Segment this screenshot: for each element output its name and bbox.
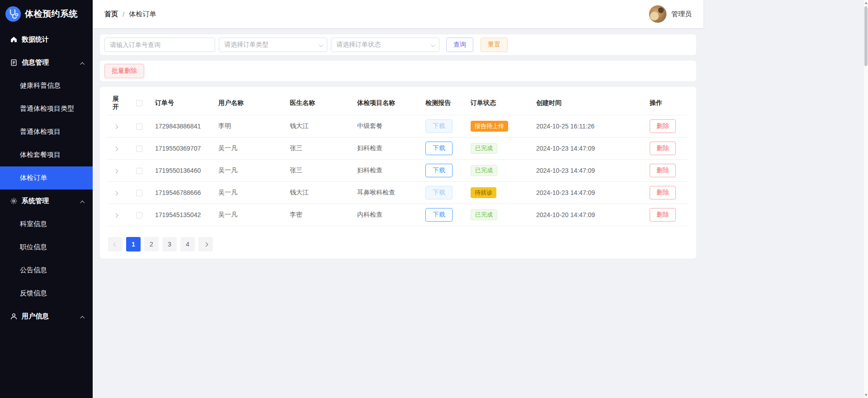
- expand-row-button[interactable]: [113, 212, 119, 219]
- expand-row-button[interactable]: [113, 168, 119, 175]
- next-page-button[interactable]: [198, 237, 213, 251]
- status-badge: 已完成: [471, 209, 497, 220]
- sidebar-item-feedback-info[interactable]: 反馈信息: [0, 282, 93, 305]
- column-header-user-name: 用户名称: [213, 90, 284, 115]
- user-menu[interactable]: 管理员: [649, 5, 692, 23]
- created-time-cell: 2024-10-20 14:47:09: [531, 204, 644, 226]
- sidebar-item-exam-orders[interactable]: 体检订单: [0, 166, 93, 190]
- select-all-checkbox[interactable]: [136, 100, 142, 106]
- actions-cell: 删除: [644, 137, 689, 160]
- expand-row-button[interactable]: [113, 123, 119, 130]
- expand-row-button[interactable]: [113, 190, 119, 197]
- delete-button[interactable]: 删除: [650, 208, 676, 222]
- sidebar-item-statistics[interactable]: 数据统计: [0, 28, 93, 51]
- status-badge: 报告待上传: [471, 121, 508, 132]
- chevron-up-icon: [81, 197, 85, 205]
- download-button[interactable]: 下载: [425, 142, 453, 155]
- doctor-name-cell: 钱大江: [284, 182, 352, 204]
- column-header-actions: 操作: [644, 90, 689, 115]
- breadcrumb-current: 体检订单: [129, 10, 156, 19]
- status-badge: 已完成: [471, 165, 497, 176]
- created-time-cell: 2024-10-25 16:11:26: [531, 115, 644, 137]
- column-header-order-no: 订单号: [150, 90, 213, 115]
- column-header-expand: 展开: [107, 90, 128, 115]
- home-icon: [10, 36, 18, 43]
- sidebar-group-info-management[interactable]: 信息管理: [0, 51, 93, 74]
- column-header-doctor-name: 医生名称: [284, 90, 352, 115]
- filter-bar: 请选择订单类型 请选择订单状态 查询 重置: [100, 34, 696, 55]
- sidebar-group-system-management[interactable]: 系统管理: [0, 190, 93, 213]
- sidebar-item-health-science-info[interactable]: 健康科普信息: [0, 74, 93, 97]
- created-time-cell: 2024-10-23 14:47:09: [531, 160, 644, 182]
- checkbox-cell: [128, 137, 150, 160]
- prev-page-button[interactable]: [108, 237, 123, 251]
- row-checkbox[interactable]: [136, 168, 142, 174]
- created-time-cell: 2024-10-23 14:47:09: [531, 182, 644, 204]
- order-no-cell: 1719550369707: [150, 137, 213, 160]
- delete-button[interactable]: 删除: [650, 164, 676, 177]
- expand-cell: [107, 204, 128, 226]
- project-name-cell: 妇科检查: [352, 137, 420, 160]
- sidebar-item-exam-items[interactable]: 普通体检项目: [0, 120, 93, 143]
- scrollbar-up-arrow[interactable]: [865, 2, 868, 4]
- actions-cell: 删除: [644, 204, 689, 226]
- created-time-cell: 2024-10-23 14:47:09: [531, 137, 644, 160]
- download-button[interactable]: 下载: [425, 119, 453, 133]
- chevron-right-icon: [114, 191, 118, 195]
- delete-button[interactable]: 删除: [650, 119, 676, 133]
- sidebar-item-announcement-info[interactable]: 公告信息: [0, 259, 93, 282]
- row-checkbox[interactable]: [136, 212, 142, 218]
- topbar: 首页 / 体检订单 管理员: [93, 0, 703, 28]
- page-button-2[interactable]: 2: [144, 237, 159, 251]
- checkbox-cell: [128, 115, 150, 137]
- query-button[interactable]: 查询: [446, 38, 473, 52]
- batch-delete-button[interactable]: 批量删除: [104, 64, 144, 78]
- scrollbar-thumb[interactable]: [864, 6, 868, 66]
- sidebar-item-label: 体检套餐项目: [20, 151, 61, 159]
- sidebar-group-label: 信息管理: [22, 58, 49, 67]
- row-checkbox[interactable]: [136, 190, 142, 196]
- sidebar-item-department-info[interactable]: 科室信息: [0, 213, 93, 236]
- sidebar-item-exam-packages[interactable]: 体检套餐项目: [0, 143, 93, 166]
- project-name-cell: 妇科检查: [352, 160, 420, 182]
- row-checkbox[interactable]: [136, 123, 142, 130]
- download-button[interactable]: 下载: [425, 186, 453, 199]
- sidebar-group-label: 用户信息: [22, 312, 49, 321]
- sidebar-item-label: 健康科普信息: [20, 81, 61, 90]
- sidebar-menu: 数据统计 信息管理 健康科普信息 普通体检项目类型 普通体检项目: [0, 28, 93, 328]
- user-name-cell: 吴一凡: [213, 137, 284, 160]
- delete-button[interactable]: 删除: [650, 142, 676, 155]
- expand-cell: [107, 160, 128, 182]
- download-button[interactable]: 下载: [425, 208, 453, 222]
- sidebar-item-label: 数据统计: [22, 35, 49, 44]
- scrollbar-down-arrow[interactable]: [865, 394, 868, 396]
- page-button-1[interactable]: 1: [126, 237, 141, 251]
- sidebar-group-user-info[interactable]: 用户信息: [0, 305, 93, 328]
- expand-row-button[interactable]: [113, 146, 119, 152]
- page-button-3[interactable]: 3: [162, 237, 177, 251]
- breadcrumb-home[interactable]: 首页: [104, 10, 118, 19]
- sidebar-item-label: 体检订单: [20, 174, 47, 182]
- column-header-report: 检测报告: [420, 90, 465, 115]
- order-no-cell: 1729843886841: [150, 115, 213, 137]
- sidebar-item-exam-item-types[interactable]: 普通体检项目类型: [0, 97, 93, 120]
- delete-button[interactable]: 删除: [650, 186, 676, 199]
- breadcrumb: 首页 / 体检订单: [104, 10, 156, 19]
- page-button-4[interactable]: 4: [180, 237, 195, 251]
- doctor-name-cell: 张三: [284, 160, 352, 182]
- project-name-cell: 内科检查: [352, 204, 420, 226]
- doctor-name-cell: 李密: [284, 204, 352, 226]
- chevron-down-icon: [431, 41, 434, 48]
- checkbox-cell: [128, 160, 150, 182]
- order-no-input[interactable]: [104, 38, 215, 52]
- order-type-select[interactable]: 请选择订单类型: [219, 38, 327, 52]
- row-checkbox[interactable]: [136, 146, 142, 152]
- reset-button[interactable]: 重置: [481, 38, 508, 52]
- window-scrollbar[interactable]: [863, 0, 868, 398]
- pagination: 1 2 3 4: [107, 237, 689, 251]
- order-status-select[interactable]: 请选择订单状态: [331, 38, 439, 52]
- toolbar: 批量删除: [100, 61, 696, 81]
- download-button[interactable]: 下载: [425, 164, 453, 177]
- app-title: 体检预约系统: [25, 8, 78, 20]
- sidebar-item-position-info[interactable]: 职位信息: [0, 236, 93, 259]
